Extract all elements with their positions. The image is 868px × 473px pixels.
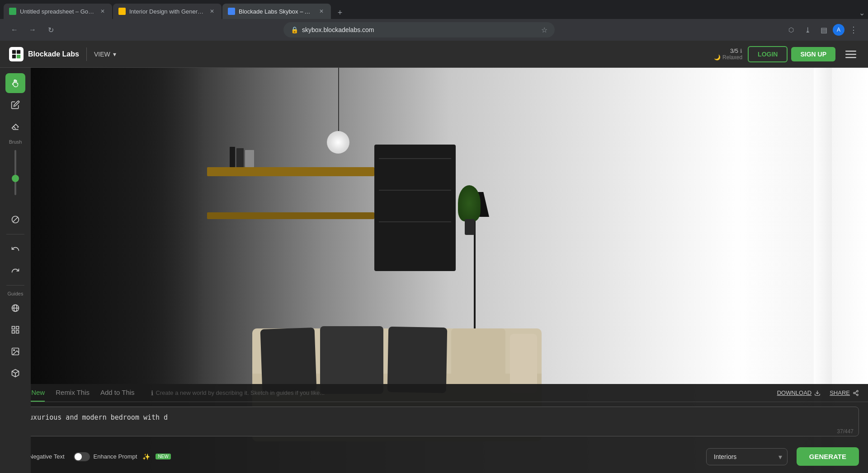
share-button[interactable]: SHARE [830, 389, 859, 396]
tool-grid[interactable] [5, 320, 25, 340]
slider-track [14, 150, 16, 195]
plant-pot [465, 219, 475, 235]
slider-thumb[interactable] [12, 175, 19, 182]
expand-button[interactable]: ⌄ [855, 6, 868, 19]
toolbar-divider-2 [6, 285, 24, 286]
prompt-input[interactable] [9, 407, 859, 436]
tool-cube[interactable] [5, 363, 25, 383]
svg-line-19 [12, 371, 16, 373]
bookcase [374, 145, 456, 271]
back-button[interactable]: ← [7, 23, 22, 37]
tool-eraser[interactable] [5, 117, 25, 136]
tool-globe[interactable] [5, 298, 25, 318]
tool-pencil[interactable] [5, 95, 25, 115]
tab-1-label: Untitled spreadsheet – Goog... [20, 8, 95, 15]
svg-rect-13 [16, 327, 19, 329]
panel-actions: DOWNLOAD SHARE [777, 389, 859, 401]
generate-button[interactable]: GENERATE [797, 447, 859, 466]
svg-point-23 [854, 392, 855, 394]
tool-undo[interactable] [5, 239, 25, 259]
book-2 [236, 148, 244, 167]
svg-rect-12 [12, 327, 15, 329]
app-header: Blockade Labs VIEW ▾ 3/5 ℹ 🌙 Relaxed LOG… [0, 41, 868, 68]
usage-mode: 🌙 Relaxed [714, 54, 742, 61]
tab-1-close[interactable]: ✕ [99, 7, 107, 15]
view-button[interactable]: VIEW ▾ [94, 51, 116, 58]
view-chevron-icon: ▾ [113, 51, 116, 58]
hamburger-menu-button[interactable] [843, 46, 859, 62]
svg-line-26 [855, 391, 857, 392]
svg-rect-14 [12, 331, 15, 333]
tab-3[interactable]: Blockade Labs Skybox – AI-G... ✕ [222, 4, 331, 19]
tab-2-label: Interior Design with Generati... [129, 8, 204, 15]
tab-3-label: Blockade Labs Skybox – AI-G... [239, 8, 314, 15]
tool-hand[interactable] [5, 73, 25, 93]
svg-rect-15 [16, 331, 19, 333]
tab-3-close[interactable]: ✕ [317, 7, 326, 15]
tab-add-to-this[interactable]: Add to This [100, 389, 135, 402]
tab-1[interactable]: Untitled spreadsheet – Goog... ✕ [4, 4, 112, 19]
left-toolbar: Brush Guides [0, 68, 31, 473]
logo-text: Blockade Labs [28, 50, 79, 58]
toolbar-divider-1 [6, 234, 24, 234]
new-tab-button[interactable]: + [334, 6, 346, 19]
sparkle-icon: ✨ [142, 453, 150, 460]
nav-actions: ⬡ ⤓ ▤ A ⋮ [784, 23, 861, 37]
brush-size-slider[interactable] [14, 150, 16, 204]
svg-line-8 [13, 217, 18, 222]
svg-line-20 [15, 371, 19, 373]
download-button[interactable]: ⤓ [800, 23, 815, 37]
tab-2[interactable]: Interior Design with Generati... ✕ [113, 4, 222, 19]
nav-bar: ← → ↻ 🔒 skybox.blockadelabs.com ☆ ⬡ ⤓ ▤ … [0, 19, 868, 41]
svg-point-22 [857, 390, 859, 392]
tab-2-close[interactable]: ✕ [208, 7, 216, 15]
tab-bar: Untitled spreadsheet – Goog... ✕ Interio… [0, 0, 868, 19]
enhance-prompt-option: Enhance Prompt ✨ NEW [74, 452, 171, 461]
usage-info: 3/5 ℹ 🌙 Relaxed [714, 47, 742, 61]
star-icon[interactable]: ☆ [541, 26, 547, 34]
options-row: Negative Text Enhance Prompt ✨ NEW Inter… [0, 443, 868, 473]
svg-point-17 [14, 350, 14, 351]
enhance-prompt-toggle[interactable] [74, 452, 90, 461]
address-bar[interactable]: 🔒 skybox.blockadelabs.com ☆ [283, 22, 555, 37]
reload-button[interactable]: ↻ [43, 23, 58, 37]
panel-tabs: Create New Remix This Add to This ℹ Crea… [9, 389, 325, 402]
style-select-wrapper: Interiors Fantasy Landscape Realistic Sc… [706, 448, 788, 465]
tab-1-favicon [9, 8, 16, 15]
hint-icon: ℹ [151, 389, 153, 397]
login-button[interactable]: LOGIN [748, 46, 788, 62]
prompt-wrapper: 37/447 [9, 407, 859, 438]
style-select[interactable]: Interiors Fantasy Landscape Realistic Sc… [706, 448, 788, 465]
logo-icon [9, 47, 24, 61]
tool-circle-slash[interactable] [5, 210, 25, 229]
panel-tabs-row: Create New Remix This Add to This ℹ Crea… [0, 384, 868, 402]
view-label: VIEW [94, 51, 110, 58]
logo: Blockade Labs [9, 47, 79, 61]
pendant-light [327, 131, 349, 154]
app: Blockade Labs VIEW ▾ 3/5 ℹ 🌙 Relaxed LOG… [0, 41, 868, 473]
tab-remix-this[interactable]: Remix This [56, 389, 90, 402]
negative-text-label: Negative Text [29, 453, 65, 460]
tab-2-favicon [118, 8, 126, 15]
sidebar-button[interactable]: ▤ [816, 23, 831, 37]
tool-redo[interactable] [5, 261, 25, 281]
signup-button[interactable]: SIGN UP [791, 47, 835, 61]
char-count: 37/447 [837, 428, 854, 435]
enhance-badge: NEW [156, 454, 170, 459]
cushion-4 [451, 328, 505, 392]
lock-icon: 🔒 [291, 26, 298, 33]
brush-label: Brush [9, 139, 22, 145]
extensions-button[interactable]: ⬡ [784, 23, 798, 37]
svg-point-24 [857, 394, 859, 396]
cushion-3 [387, 327, 448, 393]
shelf-2 [207, 212, 374, 219]
browser-chrome: Untitled spreadsheet – Goog... ✕ Interio… [0, 0, 868, 41]
download-button[interactable]: DOWNLOAD [777, 389, 821, 396]
tool-image[interactable] [5, 342, 25, 361]
profile-avatar[interactable]: A [833, 24, 844, 36]
info-icon: ℹ [740, 48, 742, 54]
menu-button[interactable]: ⋮ [846, 23, 861, 37]
forward-button[interactable]: → [25, 23, 40, 37]
plant-top [458, 185, 481, 221]
moon-icon: 🌙 [714, 54, 721, 61]
